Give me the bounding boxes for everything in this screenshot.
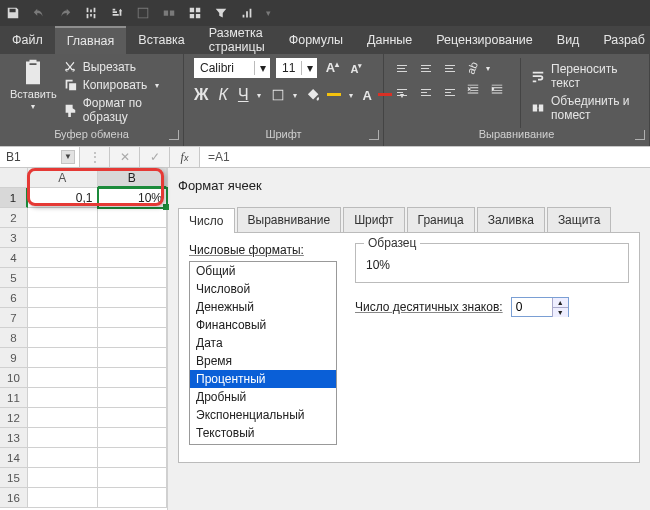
undo-icon[interactable] [32, 6, 46, 20]
row-header-6[interactable]: 6 [0, 288, 28, 308]
font-name-combo[interactable]: Calibri▾ [194, 58, 270, 78]
format-date[interactable]: Дата [190, 334, 336, 352]
cell-A5[interactable] [28, 268, 98, 288]
row-header-12[interactable]: 12 [0, 408, 28, 428]
vertical-horizontal-align[interactable] [394, 58, 462, 128]
tab-data[interactable]: Данные [355, 26, 424, 54]
name-box-dropdown-icon[interactable]: ▼ [61, 150, 75, 164]
bold-button[interactable]: Ж [194, 86, 208, 104]
cell-B5[interactable] [98, 268, 168, 288]
tab-pagelayout[interactable]: Разметка страницы [197, 26, 277, 54]
format-percent[interactable]: Процентный [190, 370, 336, 388]
spin-down-icon[interactable]: ▼ [552, 308, 568, 317]
cell-B8[interactable] [98, 328, 168, 348]
select-all-triangle[interactable] [0, 168, 28, 188]
chart-icon[interactable] [240, 6, 254, 20]
shrink-font-button[interactable]: A▾ [347, 59, 365, 77]
name-box[interactable]: B1 ▼ [0, 147, 80, 167]
cell-A8[interactable] [28, 328, 98, 348]
cell-A15[interactable] [28, 468, 98, 488]
cell-B12[interactable] [98, 408, 168, 428]
row-header-11[interactable]: 11 [0, 388, 28, 408]
cell-A9[interactable] [28, 348, 98, 368]
row-header-5[interactable]: 5 [0, 268, 28, 288]
tab-review[interactable]: Рецензирование [424, 26, 545, 54]
format-time[interactable]: Время [190, 352, 336, 370]
row-header-3[interactable]: 3 [0, 228, 28, 248]
copy-button[interactable]: Копировать▾ [63, 78, 173, 92]
cancel-icon[interactable]: ✕ [110, 147, 140, 167]
tab-file[interactable]: Файл [0, 26, 55, 54]
spin-up-icon[interactable]: ▲ [552, 298, 568, 308]
clipboard-launcher-icon[interactable] [169, 130, 179, 140]
merge-cells-button[interactable]: Объединить и помест [531, 94, 639, 122]
tab-insert[interactable]: Вставка [126, 26, 196, 54]
cell-A3[interactable] [28, 228, 98, 248]
cell-A10[interactable] [28, 368, 98, 388]
row-header-10[interactable]: 10 [0, 368, 28, 388]
decimals-input[interactable] [512, 298, 552, 316]
format-painter-button[interactable]: Формат по образцу [63, 96, 173, 124]
row-header-4[interactable]: 4 [0, 248, 28, 268]
italic-button[interactable]: К [218, 86, 227, 104]
wrap-text-button[interactable]: Переносить текст [531, 62, 639, 90]
cell-B7[interactable] [98, 308, 168, 328]
sort-icon[interactable] [110, 6, 124, 20]
cancel-formula-button[interactable]: ⋮ [80, 147, 110, 167]
tab-home[interactable]: Главная [55, 26, 127, 54]
dialog-tab-protection[interactable]: Защита [547, 207, 612, 232]
tab-formulas[interactable]: Формулы [277, 26, 355, 54]
cell-B1[interactable]: 10% [98, 188, 168, 208]
merge-icon[interactable] [162, 6, 176, 20]
format-scientific[interactable]: Экспоненциальный [190, 406, 336, 424]
cell-B14[interactable] [98, 448, 168, 468]
format-text[interactable]: Текстовый [190, 424, 336, 442]
format-currency[interactable]: Денежный [190, 298, 336, 316]
cell-B9[interactable] [98, 348, 168, 368]
dialog-tab-number[interactable]: Число [178, 208, 235, 233]
filter-icon[interactable] [214, 6, 228, 20]
decrease-indent-button[interactable] [466, 82, 486, 102]
cell-A16[interactable] [28, 488, 98, 508]
underline-button[interactable]: Ч▾ [238, 86, 261, 104]
number-formats-list[interactable]: Общий Числовой Денежный Финансовый Дата … [189, 261, 337, 445]
cell-B4[interactable] [98, 248, 168, 268]
formula-input[interactable]: =A1 [200, 147, 650, 167]
worksheet[interactable]: A B 1 0,1 10% 2 3 4 5 6 7 8 9 10 11 12 1… [0, 168, 168, 510]
cell-B10[interactable] [98, 368, 168, 388]
dialog-tab-border[interactable]: Граница [407, 207, 475, 232]
borders-icon[interactable] [136, 6, 150, 20]
font-launcher-icon[interactable] [369, 130, 379, 140]
cell-A14[interactable] [28, 448, 98, 468]
cell-B3[interactable] [98, 228, 168, 248]
fx-button[interactable]: fx [170, 147, 200, 167]
cell-B11[interactable] [98, 388, 168, 408]
cell-A1[interactable]: 0,1 [28, 188, 98, 208]
cell-A12[interactable] [28, 408, 98, 428]
cell-A6[interactable] [28, 288, 98, 308]
format-accounting[interactable]: Финансовый [190, 316, 336, 334]
touch-mode-icon[interactable] [84, 6, 98, 20]
row-header-14[interactable]: 14 [0, 448, 28, 468]
cell-B15[interactable] [98, 468, 168, 488]
borders-button[interactable]: ▾ [271, 88, 297, 102]
increase-indent-button[interactable] [490, 82, 510, 102]
cell-A13[interactable] [28, 428, 98, 448]
cell-B2[interactable] [98, 208, 168, 228]
cell-A7[interactable] [28, 308, 98, 328]
tab-developer[interactable]: Разраб [591, 26, 650, 54]
row-header-1[interactable]: 1 [0, 188, 28, 208]
cell-A4[interactable] [28, 248, 98, 268]
decimals-spinner[interactable]: ▲▼ [511, 297, 569, 317]
row-header-8[interactable]: 8 [0, 328, 28, 348]
row-header-16[interactable]: 16 [0, 488, 28, 508]
dialog-tab-fill[interactable]: Заливка [477, 207, 545, 232]
format-number[interactable]: Числовой [190, 280, 336, 298]
enter-icon[interactable]: ✓ [140, 147, 170, 167]
tab-view[interactable]: Вид [545, 26, 592, 54]
dialog-tab-font[interactable]: Шрифт [343, 207, 404, 232]
orientation-button[interactable]: ab▾ [466, 58, 486, 78]
styles-icon[interactable] [188, 6, 202, 20]
grow-font-button[interactable]: A▴ [323, 59, 341, 77]
row-header-7[interactable]: 7 [0, 308, 28, 328]
